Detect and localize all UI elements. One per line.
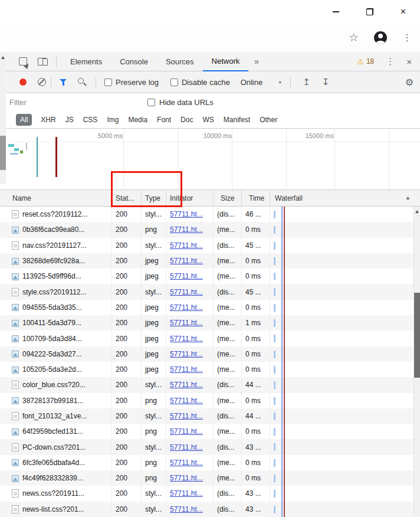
record-button[interactable] <box>19 78 27 86</box>
table-row[interactable]: 113925-5d9ff96d... 200 jpeg 57711.ht... … <box>0 269 420 284</box>
more-tabs-icon[interactable]: » <box>248 57 265 66</box>
type-filter-manifest[interactable]: Manifest <box>223 114 251 126</box>
initiator-link[interactable]: 57711.ht... <box>170 459 203 467</box>
filter-input[interactable] <box>9 98 134 107</box>
close-window-button[interactable]: × <box>386 0 420 24</box>
request-size: (dis... <box>214 207 242 222</box>
hide-data-urls-checkbox[interactable] <box>147 99 155 106</box>
initiator-link[interactable]: 57711.ht... <box>170 443 203 451</box>
initiator-link[interactable]: 57711.ht... <box>170 505 203 513</box>
table-row[interactable]: 38268de69fc928a... 200 jpeg 57711.ht... … <box>0 253 420 269</box>
column-header-size[interactable]: Size <box>214 190 242 206</box>
table-row[interactable]: color_blue.css?20... 200 styl... 57711.h… <box>0 377 420 392</box>
scrollbar-thumb[interactable] <box>0 136 6 170</box>
table-row[interactable]: 100709-5da3d84... 200 jpeg 57711.ht... (… <box>0 331 420 346</box>
type-filter-other[interactable]: Other <box>259 114 278 126</box>
initiator-link[interactable]: 57711.ht... <box>170 335 203 343</box>
initiator-link[interactable]: 57711.ht... <box>170 241 203 250</box>
initiator-link[interactable]: 57711.ht... <box>170 210 203 218</box>
request-size: (dis... <box>214 238 242 253</box>
page-scrollbar[interactable] <box>0 53 6 184</box>
image-icon <box>12 367 19 374</box>
warning-counter[interactable]: ⚠ 18 <box>357 57 374 66</box>
type-filter-img[interactable]: Img <box>106 114 119 126</box>
table-row[interactable]: 094222-5da3d27... 200 jpeg 57711.ht... (… <box>0 346 420 362</box>
throttling-select[interactable]: Online ▼ <box>241 78 283 87</box>
table-row[interactable]: 094555-5da3d35... 200 jpeg 57711.ht... (… <box>0 300 420 315</box>
table-row[interactable]: reset.css?2019112... 200 styl... 57711.h… <box>0 207 420 222</box>
table-row[interactable]: news-list.css?201... 200 styl... 57711.h… <box>0 502 420 517</box>
restore-button[interactable] <box>353 0 386 24</box>
scroll-up-icon[interactable] <box>1 56 5 59</box>
scrollbar-thumb[interactable] <box>414 293 420 378</box>
minimize-button[interactable] <box>319 0 353 24</box>
initiator-link[interactable]: 57711.ht... <box>170 257 203 265</box>
table-row[interactable]: 100411-5da3d79... 200 jpeg 57711.ht... (… <box>0 315 420 331</box>
tab-console[interactable]: Console <box>111 52 157 71</box>
table-row[interactable]: 6fc3fe065dbafa4d... 200 png 57711.ht... … <box>0 455 420 470</box>
initiator-link[interactable]: 57711.ht... <box>170 319 203 327</box>
bookmark-star-icon[interactable]: ☆ <box>349 31 359 44</box>
initiator-link[interactable]: 57711.ht... <box>170 412 203 420</box>
initiator-link[interactable]: 57711.ht... <box>170 350 203 358</box>
request-time: 0 ms <box>242 393 270 408</box>
type-filter-xhr[interactable]: XHR <box>40 114 56 126</box>
devtools-close-icon[interactable]: × <box>406 57 412 67</box>
request-name-cell: news.css?201911... <box>0 486 112 501</box>
table-row[interactable]: 0b36f6cac99ea80... 200 png 57711.ht... (… <box>0 222 420 237</box>
column-header-name[interactable]: Name <box>0 190 112 206</box>
browser-menu-icon[interactable]: ⋮ <box>402 32 412 43</box>
export-har-icon[interactable]: ↧ <box>322 77 330 87</box>
settings-gear-icon[interactable]: ⚙ <box>405 77 414 88</box>
type-filter-js[interactable]: JS <box>65 114 74 126</box>
request-type: styl... <box>142 207 166 222</box>
initiator-link[interactable]: 57711.ht... <box>170 365 203 374</box>
request-status: 200 <box>112 331 142 346</box>
table-row[interactable]: style.css?2019112... 200 styl... 57711.h… <box>0 284 420 299</box>
profile-avatar[interactable] <box>374 31 387 44</box>
type-filter-font[interactable]: Font <box>156 114 172 126</box>
scroll-up-icon[interactable] <box>415 210 419 213</box>
preserve-log-checkbox[interactable] <box>104 78 112 86</box>
type-filter-all[interactable]: All <box>16 114 32 126</box>
table-scrollbar[interactable] <box>414 207 420 517</box>
type-filter-ws[interactable]: WS <box>202 114 214 126</box>
tab-network[interactable]: Network <box>203 52 249 71</box>
type-filter-media[interactable]: Media <box>127 114 148 126</box>
inspect-element-icon[interactable] <box>19 57 27 66</box>
type-filter-doc[interactable]: Doc <box>180 114 193 126</box>
initiator-link[interactable]: 57711.ht... <box>170 427 203 436</box>
device-toolbar-icon[interactable] <box>38 57 48 66</box>
import-har-icon[interactable]: ↥ <box>303 77 310 87</box>
table-row[interactable]: 64f2959bcfed131... 200 png 57711.ht... (… <box>0 424 420 439</box>
request-initiator-cell: 57711.ht... <box>166 284 214 299</box>
sort-ascending-icon[interactable]: ▲ <box>405 195 411 201</box>
initiator-link[interactable]: 57711.ht... <box>170 288 203 296</box>
tab-elements[interactable]: Elements <box>61 52 111 71</box>
table-row[interactable]: 105205-5da3e2d... 200 jpeg 57711.ht... (… <box>0 362 420 377</box>
clear-button[interactable] <box>38 78 46 86</box>
column-header-time[interactable]: Time <box>242 190 270 206</box>
image-icon <box>12 459 19 466</box>
initiator-link[interactable]: 57711.ht... <box>170 272 203 280</box>
initiator-link[interactable]: 57711.ht... <box>170 303 203 312</box>
devtools-menu-icon[interactable]: ⋮ <box>386 56 395 67</box>
table-row[interactable]: news.css?201911... 200 styl... 57711.ht.… <box>0 486 420 501</box>
network-overview-strip[interactable]: 5000 ms 10000 ms 15000 ms <box>0 129 420 190</box>
filter-funnel-icon[interactable] <box>60 78 67 86</box>
column-header-waterfall[interactable]: Waterfall ▲ <box>270 190 420 206</box>
initiator-link[interactable]: 57711.ht... <box>170 474 203 482</box>
table-row[interactable]: nav.css?20191127... 200 styl... 57711.ht… <box>0 238 420 253</box>
tab-sources[interactable]: Sources <box>157 52 203 71</box>
type-filter-css[interactable]: CSS <box>83 114 99 126</box>
table-row[interactable]: f4c49f628332839... 200 png 57711.ht... (… <box>0 470 420 486</box>
initiator-link[interactable]: 57711.ht... <box>170 225 203 234</box>
table-row[interactable]: font_210132_a1ve... 200 styl... 57711.ht… <box>0 408 420 424</box>
initiator-link[interactable]: 57711.ht... <box>170 397 203 405</box>
disable-cache-checkbox[interactable] <box>170 78 178 86</box>
table-row[interactable]: PC-down.css?201... 200 styl... 57711.ht.… <box>0 439 420 454</box>
initiator-link[interactable]: 57711.ht... <box>170 381 203 389</box>
table-row[interactable]: 38728137b99181... 200 png 57711.ht... (m… <box>0 393 420 408</box>
initiator-link[interactable]: 57711.ht... <box>170 489 203 498</box>
search-icon[interactable] <box>78 78 86 86</box>
